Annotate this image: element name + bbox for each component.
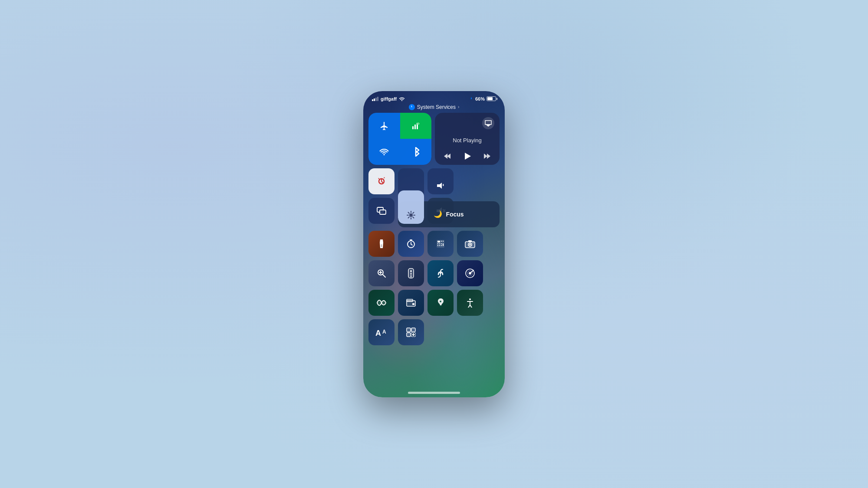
app-row-2 xyxy=(368,260,500,286)
soundrecognition-button[interactable] xyxy=(368,290,395,316)
svg-rect-47 xyxy=(410,276,412,277)
status-bar: giffgaff 66% xyxy=(363,91,505,103)
np-top-row xyxy=(440,117,494,129)
svg-point-55 xyxy=(440,301,441,302)
svg-rect-7 xyxy=(380,210,386,214)
svg-line-16 xyxy=(408,217,409,218)
svg-rect-54 xyxy=(412,303,414,305)
location-icon xyxy=(469,97,473,101)
play-button[interactable] xyxy=(464,152,471,160)
svg-rect-45 xyxy=(410,273,412,274)
focus-label: Focus xyxy=(446,211,464,218)
rotation-lock-button[interactable] xyxy=(368,168,395,194)
hearing-button[interactable] xyxy=(427,290,454,316)
connectivity-block xyxy=(368,113,431,165)
timer-button[interactable] xyxy=(398,231,424,257)
home-indicator xyxy=(408,392,460,394)
svg-text:A: A xyxy=(382,329,386,335)
next-button[interactable] xyxy=(483,153,491,159)
system-services-bar[interactable]: System Services › xyxy=(363,103,505,113)
svg-point-48 xyxy=(440,272,441,274)
svg-point-8 xyxy=(409,213,413,217)
system-services-chevron: › xyxy=(458,105,459,109)
row-1: Not Playing xyxy=(368,113,500,165)
svg-rect-30 xyxy=(443,243,444,246)
svg-point-38 xyxy=(473,242,473,243)
airplay-button[interactable] xyxy=(482,117,494,129)
previous-button[interactable] xyxy=(444,153,451,159)
accessibility-button[interactable] xyxy=(457,290,483,316)
svg-rect-27 xyxy=(437,243,438,244)
svg-rect-25 xyxy=(441,241,442,242)
textsize-button[interactable]: A A xyxy=(368,319,395,345)
flashlight-button[interactable] xyxy=(368,231,395,257)
svg-line-14 xyxy=(413,217,414,218)
not-playing-label: Not Playing xyxy=(440,137,494,144)
svg-rect-59 xyxy=(407,328,411,332)
volume-icon xyxy=(436,181,445,190)
app-row-1 xyxy=(368,231,500,257)
svg-rect-31 xyxy=(437,245,438,246)
now-playing-block: Not Playing xyxy=(435,113,500,165)
carrier-name: giffgaff xyxy=(381,96,397,102)
shazam-button[interactable] xyxy=(427,260,454,286)
remote-button[interactable] xyxy=(398,260,424,286)
svg-rect-33 xyxy=(441,245,442,246)
focus-moon-icon: 🌙 xyxy=(434,210,442,218)
np-controls-row xyxy=(440,152,494,160)
wallet-button[interactable] xyxy=(398,290,424,316)
svg-rect-0 xyxy=(412,126,414,129)
magnifier-button[interactable] xyxy=(368,260,395,286)
brightness-icon xyxy=(407,211,415,219)
airplane-mode-button[interactable] xyxy=(368,113,400,139)
svg-line-15 xyxy=(413,212,414,213)
addcontrol-button[interactable] xyxy=(398,319,424,345)
wifi-button[interactable] xyxy=(368,139,400,165)
svg-rect-24 xyxy=(437,241,440,242)
battery-indicator xyxy=(487,96,496,101)
signal-bars xyxy=(372,97,378,101)
svg-line-40 xyxy=(383,275,385,277)
svg-rect-1 xyxy=(414,124,416,129)
svg-point-4 xyxy=(418,123,419,124)
status-left: giffgaff xyxy=(372,96,405,102)
location-circle-icon xyxy=(409,104,415,110)
volume-slider[interactable] xyxy=(427,168,454,194)
svg-line-13 xyxy=(408,212,409,213)
system-services-label: System Services xyxy=(417,104,456,110)
svg-rect-28 xyxy=(439,243,440,244)
svg-rect-60 xyxy=(411,328,415,332)
svg-rect-29 xyxy=(441,243,442,244)
svg-rect-26 xyxy=(443,241,444,242)
svg-rect-32 xyxy=(439,245,440,246)
wifi-icon xyxy=(399,96,405,101)
svg-point-56 xyxy=(469,298,471,300)
calculator-button[interactable] xyxy=(427,231,454,257)
phone-frame: giffgaff 66% xyxy=(363,91,505,397)
battery-percent: 66% xyxy=(475,96,485,102)
svg-text:A: A xyxy=(375,329,381,337)
control-center: Not Playing xyxy=(363,113,505,354)
svg-point-44 xyxy=(410,270,412,272)
app-row-4: A A xyxy=(368,319,500,345)
status-right: 66% xyxy=(469,96,496,102)
screen-mirror-button[interactable] xyxy=(368,198,395,224)
brightness-slider[interactable] xyxy=(398,168,424,224)
svg-rect-46 xyxy=(410,275,412,275)
svg-rect-61 xyxy=(407,333,411,337)
svg-point-36 xyxy=(469,244,471,246)
cellular-button[interactable] xyxy=(400,113,432,139)
svg-marker-17 xyxy=(437,183,442,189)
radar-button[interactable] xyxy=(457,260,483,286)
app-row-3 xyxy=(368,290,500,316)
camera-button[interactable] xyxy=(457,231,483,257)
svg-rect-37 xyxy=(468,240,472,242)
bluetooth-button[interactable] xyxy=(400,139,432,165)
